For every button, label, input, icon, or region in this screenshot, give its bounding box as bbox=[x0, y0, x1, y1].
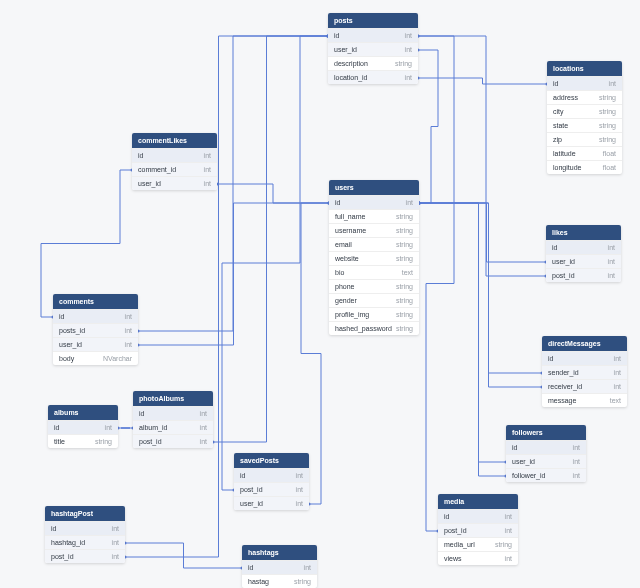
column-name: views bbox=[444, 555, 462, 562]
column-type: int bbox=[573, 472, 580, 479]
column-name: address bbox=[553, 94, 578, 101]
table-header: commentLikes bbox=[132, 133, 217, 148]
table-column: post_idint bbox=[438, 523, 518, 537]
relation-line bbox=[418, 50, 438, 203]
table-hashtagPost[interactable]: hashtagPostidinthashtag_idintpost_idint bbox=[45, 506, 125, 563]
table-users[interactable]: usersidintfull_namestringusernamestringe… bbox=[329, 180, 419, 335]
column-type: string bbox=[396, 283, 413, 290]
table-column: idint bbox=[546, 240, 621, 254]
column-name: message bbox=[548, 397, 576, 404]
column-name: user_id bbox=[240, 500, 263, 507]
table-column: full_namestring bbox=[329, 209, 419, 223]
relation-line bbox=[418, 36, 454, 531]
column-type: int bbox=[406, 199, 413, 206]
table-header: locations bbox=[547, 61, 622, 76]
column-name: id bbox=[240, 472, 245, 479]
column-type: string bbox=[495, 541, 512, 548]
column-type: string bbox=[396, 255, 413, 262]
column-name: user_id bbox=[59, 341, 82, 348]
column-type: int bbox=[405, 32, 412, 39]
table-likes[interactable]: likesidintuser_idintpost_idint bbox=[546, 225, 621, 282]
column-type: string bbox=[599, 94, 616, 101]
column-type: int bbox=[105, 424, 112, 431]
table-column: usernamestring bbox=[329, 223, 419, 237]
table-column: idint bbox=[329, 195, 419, 209]
table-column: post_idint bbox=[546, 268, 621, 282]
column-name: receiver_id bbox=[548, 383, 582, 390]
column-name: post_id bbox=[240, 486, 263, 493]
table-commentLikes[interactable]: commentLikesidintcomment_idintuser_idint bbox=[132, 133, 217, 190]
column-type: int bbox=[204, 166, 211, 173]
column-name: id bbox=[553, 80, 558, 87]
column-type: int bbox=[505, 555, 512, 562]
table-header: likes bbox=[546, 225, 621, 240]
column-type: float bbox=[603, 150, 616, 157]
column-type: int bbox=[405, 74, 412, 81]
table-column: hashtag_idint bbox=[45, 535, 125, 549]
relation-line bbox=[213, 36, 328, 442]
table-column: biotext bbox=[329, 265, 419, 279]
column-name: profile_img bbox=[335, 311, 369, 318]
relation-line bbox=[419, 203, 506, 462]
table-posts[interactable]: postsidintuser_idintdescriptionstringloc… bbox=[328, 13, 418, 84]
table-column: user_idint bbox=[546, 254, 621, 268]
table-column: user_idint bbox=[132, 176, 217, 190]
table-albums[interactable]: albumsidinttitlestring bbox=[48, 405, 118, 448]
table-column: post_idint bbox=[133, 434, 213, 448]
table-media[interactable]: mediaidintpost_idintmedia_urlstringviews… bbox=[438, 494, 518, 565]
table-column: descriptionstring bbox=[328, 56, 418, 70]
table-column: idint bbox=[234, 468, 309, 482]
column-name: sender_id bbox=[548, 369, 579, 376]
relation-line bbox=[419, 203, 542, 387]
table-column: emailstring bbox=[329, 237, 419, 251]
column-type: string bbox=[95, 438, 112, 445]
table-column: idint bbox=[547, 76, 622, 90]
column-type: int bbox=[125, 341, 132, 348]
table-column: hastagstring bbox=[242, 574, 317, 588]
column-type: string bbox=[395, 60, 412, 67]
table-locations[interactable]: locationsidintaddressstringcitystringsta… bbox=[547, 61, 622, 174]
table-comments[interactable]: commentsidintposts_idintuser_idintbodyNV… bbox=[53, 294, 138, 365]
column-name: user_id bbox=[512, 458, 535, 465]
column-name: hashed_password bbox=[335, 325, 392, 332]
column-name: email bbox=[335, 241, 352, 248]
column-name: zip bbox=[553, 136, 562, 143]
table-column: post_idint bbox=[45, 549, 125, 563]
table-hashtags[interactable]: hashtagsidinthastagstring bbox=[242, 545, 317, 588]
column-name: website bbox=[335, 255, 359, 262]
column-name: id bbox=[335, 199, 340, 206]
table-column: sender_idint bbox=[542, 365, 627, 379]
table-column: phonestring bbox=[329, 279, 419, 293]
column-name: follower_id bbox=[512, 472, 545, 479]
table-directMessages[interactable]: directMessagesidintsender_idintreceiver_… bbox=[542, 336, 627, 407]
column-name: id bbox=[444, 513, 449, 520]
column-name: id bbox=[51, 525, 56, 532]
column-name: gender bbox=[335, 297, 357, 304]
column-name: id bbox=[552, 244, 557, 251]
table-followers[interactable]: followersidintuser_idintfollower_idint bbox=[506, 425, 586, 482]
column-type: int bbox=[204, 180, 211, 187]
column-type: int bbox=[505, 513, 512, 520]
column-type: int bbox=[405, 46, 412, 53]
table-column: viewsint bbox=[438, 551, 518, 565]
table-header: media bbox=[438, 494, 518, 509]
column-name: user_id bbox=[138, 180, 161, 187]
table-photoAlbums[interactable]: photoAlbumsidintalbum_idintpost_idint bbox=[133, 391, 213, 448]
column-name: post_id bbox=[51, 553, 74, 560]
column-type: int bbox=[608, 244, 615, 251]
column-type: int bbox=[573, 458, 580, 465]
column-name: longitude bbox=[553, 164, 581, 171]
column-name: comment_id bbox=[138, 166, 176, 173]
table-column: follower_idint bbox=[506, 468, 586, 482]
table-column: idint bbox=[53, 309, 138, 323]
column-type: string bbox=[599, 108, 616, 115]
table-column: user_idint bbox=[234, 496, 309, 510]
column-type: string bbox=[396, 227, 413, 234]
column-type: int bbox=[609, 80, 616, 87]
table-savedPosts[interactable]: savedPostsidintpost_idintuser_idint bbox=[234, 453, 309, 510]
table-column: websitestring bbox=[329, 251, 419, 265]
column-type: text bbox=[610, 397, 621, 404]
column-type: int bbox=[200, 410, 207, 417]
column-name: post_id bbox=[444, 527, 467, 534]
column-type: int bbox=[304, 564, 311, 571]
